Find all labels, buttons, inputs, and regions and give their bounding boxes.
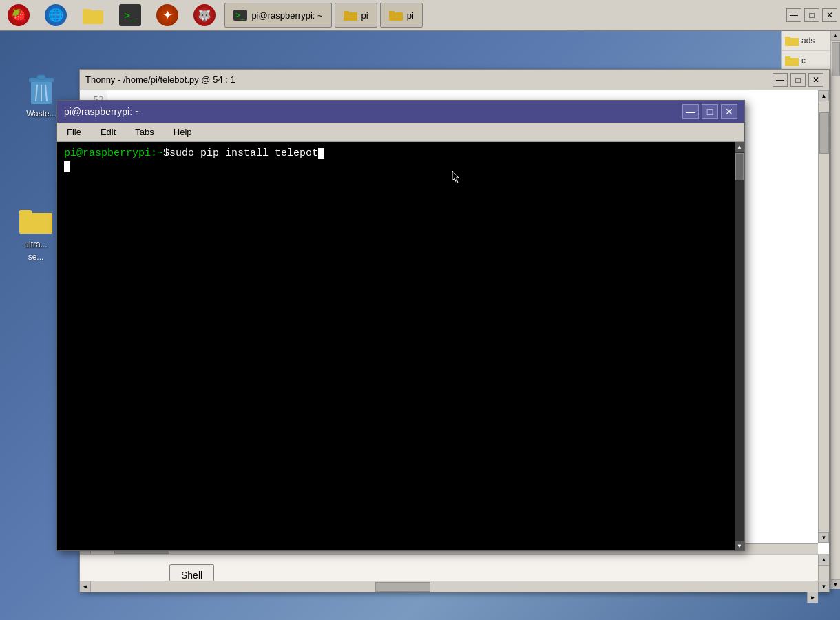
thonny-close-button[interactable]: ✕ (808, 73, 823, 87)
thonny-win-controls: — □ ✕ (773, 73, 823, 87)
terminal-icon: >_ (119, 4, 141, 26)
globe-icon: 🌐 (45, 4, 67, 26)
right-scroll-up[interactable]: ▲ (831, 31, 840, 41)
star-icon: ✦ (156, 4, 178, 26)
folder-icon (82, 4, 104, 26)
folder-tab-2-label: pi (407, 10, 414, 21)
folder-tab-icon-2 (389, 10, 403, 21)
trash-icon-image (25, 73, 58, 106)
maximize-button[interactable]: □ (804, 8, 819, 22)
raspberry-menu-button[interactable]: 🍓 (1, 2, 36, 28)
wolf-icon: 🐺 (193, 4, 216, 26)
terminal-maximize-button[interactable]: □ (702, 104, 718, 119)
close-button[interactable]: ✕ (822, 8, 837, 22)
terminal-menu-help[interactable]: Help (169, 125, 196, 138)
thonny-shell-panel: Shell ◄ ► ▲ ▼ (80, 554, 829, 592)
terminal-menu-tabs[interactable]: Tabs (131, 125, 158, 138)
terminal-scroll-down[interactable]: ▼ (735, 541, 744, 550)
folder-c-label: c (801, 56, 806, 65)
terminal-prompt-user: pi@raspberrypi:~ (64, 147, 163, 159)
web-browser-button[interactable]: 🌐 (39, 2, 73, 28)
terminal-launcher-button[interactable]: >_ (113, 2, 147, 28)
terminal-win-controls: — □ ✕ (682, 104, 737, 119)
svg-rect-1 (83, 9, 91, 14)
folder-se-label: se... (28, 252, 44, 262)
software-button[interactable]: ✦ (150, 2, 185, 28)
hscroll-right[interactable]: ► (807, 592, 818, 603)
terminal-close-button[interactable]: ✕ (721, 104, 737, 119)
folder-tab-icon-1 (344, 10, 357, 21)
terminal-window: pi@raspberrypi: ~ — □ ✕ File Edit Tabs H… (56, 100, 745, 551)
raspberry-icon: 🍓 (8, 4, 30, 26)
scroll-thumb-v[interactable] (819, 112, 829, 154)
folder-tab-1-label: pi (361, 10, 368, 21)
terminal-cursor-2 (64, 161, 70, 172)
terminal-screen[interactable]: pi@raspberrypi:~ $ sudo pip install tele… (57, 142, 744, 550)
vscroll-down[interactable]: ▼ (819, 581, 829, 592)
scroll-down-arrow[interactable]: ▼ (819, 532, 829, 543)
code-scrollbar-v[interactable]: ▲ ▼ (818, 90, 829, 543)
minimize-button[interactable]: — (786, 8, 801, 22)
folder-ultra-image (19, 204, 52, 237)
thonny-minimize-button[interactable]: — (773, 73, 788, 87)
folder-c-icon (785, 55, 799, 66)
right-scroll-down[interactable]: ▼ (831, 579, 840, 589)
trash-icon-label: Waste... (26, 109, 56, 118)
terminal-menu-edit[interactable]: Edit (96, 125, 120, 138)
hscroll-thumb[interactable] (375, 582, 430, 592)
svg-rect-13 (19, 210, 32, 217)
folder-tab-2[interactable]: pi (380, 3, 423, 28)
taskbar: 🍓 🌐 >_ ✦ 🐺 >_ pi@raspberrypi: ~ (0, 0, 840, 31)
folder-ultra-label: ultra... (24, 240, 47, 249)
svg-rect-15 (785, 37, 790, 40)
vscroll-up[interactable]: ▲ (819, 555, 829, 566)
terminal-cursor (318, 148, 324, 159)
scroll-up-arrow[interactable]: ▲ (819, 90, 829, 101)
terminal-prompt-line: pi@raspberrypi:~ $ sudo pip install tele… (64, 147, 737, 159)
folder-ads-icon (785, 35, 799, 46)
desktop-trash-icon[interactable]: Waste... (21, 69, 62, 123)
terminal-menubar: File Edit Tabs Help (57, 123, 744, 142)
terminal-scroll-thumb[interactable] (735, 153, 744, 180)
svg-rect-17 (785, 56, 790, 60)
terminal-taskbar-tab[interactable]: >_ pi@raspberrypi: ~ (224, 3, 332, 28)
thonny-maximize-button[interactable]: □ (790, 73, 806, 87)
terminal-tab-label: pi@raspberrypi: ~ (251, 10, 322, 21)
thonny-title: Thonny - /home/pi/telebot.py @ 54 : 1 (85, 74, 235, 85)
terminal-tab-icon: >_ (233, 10, 247, 21)
hscroll-left[interactable]: ◄ (80, 581, 91, 592)
svg-rect-5 (389, 11, 395, 14)
svg-rect-8 (37, 75, 45, 79)
thonny-titlebar: Thonny - /home/pi/telebot.py @ 54 : 1 — … (80, 70, 829, 90)
right-scroll-thumb[interactable] (832, 42, 840, 76)
folder-ultra-svg (19, 207, 52, 234)
terminal-prompt-symbol: $ (163, 147, 169, 159)
trash-svg (28, 74, 55, 105)
terminal-menu-file[interactable]: File (63, 125, 85, 138)
folder-ads-label: ads (801, 36, 815, 45)
file-manager-button[interactable] (76, 2, 110, 28)
bottom-scrollbar[interactable]: ◄ ► (80, 581, 818, 592)
svg-rect-3 (344, 11, 349, 14)
terminal-scroll-up[interactable]: ▲ (735, 142, 744, 152)
terminal-title: pi@raspberrypi: ~ (64, 106, 140, 117)
desktop-folder-ultra[interactable]: ultra... se... (15, 200, 56, 266)
right-panel-scrollbar[interactable]: ▲ ▼ (830, 31, 840, 589)
dietpi-button[interactable]: 🐺 (187, 2, 222, 28)
terminal-minimize-button[interactable]: — (682, 104, 699, 119)
terminal-scrollbar[interactable]: ▲ ▼ (735, 142, 744, 550)
terminal-command-text: sudo pip install telepot (169, 147, 318, 159)
terminal-cursor-line (64, 161, 737, 172)
folder-tab-1[interactable]: pi (335, 3, 377, 28)
right-scrollbar-bottom[interactable]: ▲ ▼ (818, 555, 829, 592)
desktop: 🍓 🌐 >_ ✦ 🐺 >_ pi@raspberrypi: ~ (0, 0, 840, 620)
terminal-titlebar: pi@raspberrypi: ~ — □ ✕ (57, 101, 744, 123)
